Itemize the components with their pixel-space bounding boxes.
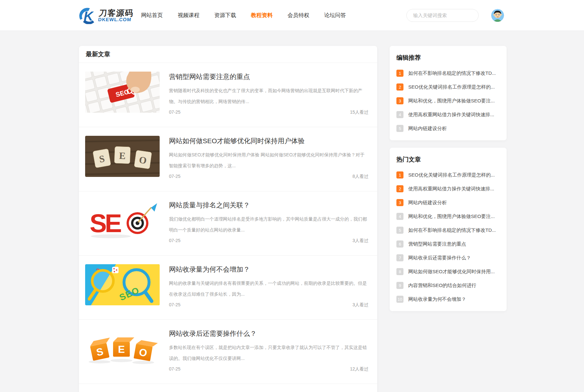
rank-badge: 3 [396, 97, 403, 104]
nav-item-1[interactable]: 网站首页 [141, 12, 163, 19]
boy-avatar-icon [491, 9, 504, 22]
rank-badge: 8 [396, 268, 403, 275]
sidebar-article-item[interactable]: 5 网站内链建设分析 [396, 125, 500, 132]
article-date: 07-25 [169, 238, 181, 244]
sidebar-article-label: 营销型网站需要注意的重点 [408, 241, 466, 247]
article-title[interactable]: 网站收录量为何不会增加？ [169, 265, 368, 274]
article-thumbnail[interactable] [85, 72, 160, 113]
article-view-count: 15人看过 [350, 109, 368, 115]
rank-badge: 6 [396, 240, 403, 248]
article-date: 07-25 [169, 366, 181, 372]
article-meta: 07-25 15人看过 [169, 107, 368, 115]
rank-badge: 1 [396, 171, 403, 179]
article-body: 营销型网站需要注意的重点 营销随着时代及科技的变化也产生了很大的变革，而如今网络… [169, 72, 368, 115]
user-avatar[interactable] [491, 9, 504, 22]
article-thumbnail-image [85, 72, 160, 113]
article-excerpt: 网站如何做SEO才能够优化同时保持用户体验 网站如何做SEO才能够优化同时保持用… [169, 149, 368, 171]
sidebar-article-item[interactable]: 10 网站收录量为何不会增加？ [396, 296, 500, 303]
rank-badge: 9 [396, 282, 403, 289]
site-header: K 刀客源码 DKEWL.COM 网站首页视频课程资源下载教程资料会员特权论坛问… [0, 0, 584, 31]
sidebar-article-item[interactable]: 5 如何在不影响排名稳定的情况下修改TD... [396, 227, 500, 234]
page-content: 最新文章 营销型网站需要注意的重点 营销随着时代及科技的变化也产生了很大的变革，… [79, 46, 507, 392]
article-body: 网站收录量为何不会增加？ 网站的收录量与关键词的排名有着很重要的关系，一个成功的… [169, 264, 368, 308]
article-body: 网站质量与排名之间关联？ 我们做优化都明白一个道理网站排名是受许多地方影响的，其… [169, 200, 368, 244]
rank-badge: 5 [396, 227, 403, 234]
article-thumbnail[interactable] [85, 136, 160, 177]
sidebar-article-label: 如何在不影响排名稳定的情况下修改TD... [408, 70, 496, 76]
article-title[interactable]: 网站质量与排名之间关联？ [169, 201, 368, 210]
rank-badge: 10 [396, 296, 403, 303]
logo-k-icon: K [79, 7, 96, 24]
sidebar-article-label: 网站收录量为何不会增加？ [408, 296, 466, 302]
nav-item-5[interactable]: 会员特权 [288, 12, 309, 19]
recommended-list: 1 如何在不影响排名稳定的情况下修改TD... 2 SEO优化关键词排名工作原理… [396, 70, 500, 132]
rank-badge: 7 [396, 254, 403, 261]
article-thumbnail[interactable] [85, 328, 160, 370]
sidebar-article-label: 网站内链建设分析 [408, 126, 447, 132]
sidebar-article-label: SEO优化关键词排名工作原理是怎样的... [408, 84, 495, 90]
article-date: 07-25 [169, 302, 181, 308]
article-excerpt: 我们做优化都明白一个道理网站排名是受许多地方影响的，其中网站质量是占很大一成分的… [169, 213, 368, 235]
recommended-card: 编辑推荐 1 如何在不影响排名稳定的情况下修改TD... 2 SEO优化关键词排… [390, 46, 507, 140]
article-row[interactable]: 搜索引擎是如何判断网站的质量的 [79, 384, 377, 392]
article-thumbnail-image [85, 264, 160, 305]
article-title[interactable]: 营销型网站需要注意的重点 [169, 72, 368, 81]
article-thumbnail-image [85, 136, 160, 177]
article-title[interactable]: 网站如何做SEO才能够优化同时保持用户体验 [169, 136, 368, 145]
sidebar-article-item[interactable]: 3 网站内链建设分析 [396, 199, 500, 206]
article-row[interactable]: 网站如何做SEO才能够优化同时保持用户体验 网站如何做SEO才能够优化同时保持用… [79, 127, 377, 191]
logo-domain: DKEWL.COM [98, 17, 133, 22]
sidebar-article-label: 网站和优化，围绕用户体验做SEO要注... [408, 98, 495, 104]
section-title: 最新文章 [86, 50, 110, 58]
rank-badge: 2 [396, 185, 403, 192]
nav-item-4[interactable]: 教程资料 [251, 12, 273, 19]
article-date: 07-25 [169, 109, 181, 115]
sidebar-article-item[interactable]: 2 使用高权重网站借力操作关键词快速排... [396, 185, 500, 192]
search-input[interactable] [406, 9, 479, 22]
article-thumbnail[interactable] [85, 264, 160, 305]
article-title[interactable]: 网站收录后还需要操作什么？ [169, 329, 368, 338]
logo-text: 刀客源码 DKEWL.COM [98, 9, 134, 22]
site-logo[interactable]: K 刀客源码 DKEWL.COM [79, 7, 133, 24]
article-row[interactable]: 网站收录后还需要操作什么？ 多数站长现在有个误区，就是把站内文章一添加，只要文章… [79, 319, 377, 384]
sidebar-article-item[interactable]: 6 营销型网站需要注意的重点 [396, 240, 500, 248]
article-meta: 07-25 3人看过 [169, 235, 368, 244]
sidebar-article-item[interactable]: 3 网站和优化，围绕用户体验做SEO要注... [396, 97, 500, 104]
sidebar-article-item[interactable]: 7 网站收录后还需要操作什么？ [396, 254, 500, 261]
sidebar-article-label: 网站内链建设分析 [408, 200, 447, 206]
article-view-count: 3人看过 [352, 302, 368, 308]
article-thumbnail-image [85, 200, 160, 241]
article-view-count: 12人看过 [350, 366, 368, 372]
article-list: 营销型网站需要注意的重点 营销随着时代及科技的变化也产生了很大的变革，而如今网络… [79, 63, 377, 392]
sidebar-article-item[interactable]: 1 如何在不影响排名稳定的情况下修改TD... [396, 70, 500, 77]
rank-badge: 4 [396, 213, 403, 220]
article-row[interactable]: 营销型网站需要注意的重点 营销随着时代及科技的变化也产生了很大的变革，而如今网络… [79, 63, 377, 127]
sidebar-article-item[interactable]: 9 内容营销和SEO的结合如何进行 [396, 282, 500, 289]
nav-item-3[interactable]: 资源下载 [214, 12, 236, 19]
sidebar: 编辑推荐 1 如何在不影响排名稳定的情况下修改TD... 2 SEO优化关键词排… [390, 46, 507, 311]
sidebar-article-label: 网站收录后还需要操作什么？ [408, 255, 471, 261]
article-row[interactable]: 网站质量与排名之间关联？ 我们做优化都明白一个道理网站排名是受许多地方影响的，其… [79, 191, 377, 255]
article-meta: 07-25 12人看过 [169, 364, 368, 372]
sidebar-article-item[interactable]: 4 网站和优化，围绕用户体验做SEO要注... [396, 213, 500, 220]
article-excerpt: 营销随着时代及科技的变化也产生了很大的变革，而如今网络营销的出现就是互联网时代下… [169, 85, 368, 107]
sidebar-article-item[interactable]: 1 SEO优化关键词排名工作原理是怎样的... [396, 171, 500, 179]
article-row[interactable]: 网站收录量为何不会增加？ 网站的收录量与关键词的排名有着很重要的关系，一个成功的… [79, 255, 377, 319]
article-date: 07-25 [169, 174, 181, 179]
nav-item-2[interactable]: 视频课程 [178, 12, 199, 19]
hot-articles-list: 1 SEO优化关键词排名工作原理是怎样的... 2 使用高权重网站借力操作关键词… [396, 171, 500, 303]
rank-badge: 2 [396, 83, 403, 91]
article-thumbnail[interactable] [85, 200, 160, 241]
article-view-count: 3人看过 [352, 238, 368, 244]
article-body: 网站如何做SEO才能够优化同时保持用户体验 网站如何做SEO才能够优化同时保持用… [169, 136, 368, 179]
hot-articles-title: 热门文章 [396, 155, 500, 164]
sidebar-article-item[interactable]: 2 SEO优化关键词排名工作原理是怎样的... [396, 83, 500, 91]
sidebar-article-label: 使用高权重网站借力操作关键词快速排... [408, 186, 494, 192]
sidebar-article-label: 使用高权重网站借力操作关键词快速排... [408, 112, 494, 118]
recommended-title: 编辑推荐 [396, 54, 500, 62]
article-meta: 07-25 3人看过 [169, 300, 368, 308]
nav-item-6[interactable]: 论坛问答 [324, 12, 346, 19]
sidebar-article-item[interactable]: 4 使用高权重网站借力操作关键词快速排... [396, 111, 500, 118]
rank-badge: 4 [396, 111, 403, 118]
sidebar-article-item[interactable]: 8 网站如何做SEO才能够优化同时保持用... [396, 268, 500, 275]
